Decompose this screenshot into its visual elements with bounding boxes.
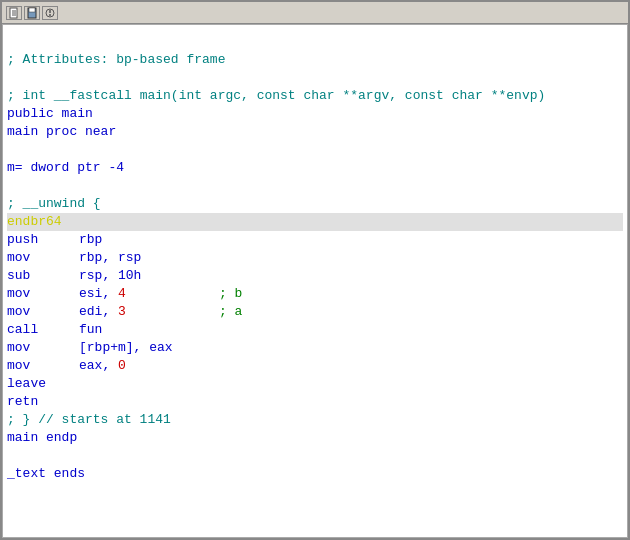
sub-operand: rsp, 10h [79,267,219,285]
call-fun-line: callfun [7,321,623,339]
mov-esi-comment: ; b [219,285,242,303]
svg-point-8 [49,14,51,16]
mov-eax-line: moveax, 0 [7,357,623,375]
properties-icon[interactable] [42,6,58,20]
mov-rbp-line: movrbp, rsp [7,249,623,267]
mov-esi-line: movesi, 4; b [7,285,623,303]
endbr64-text: endbr64 [7,213,62,231]
end-comment-line: ; } // starts at 1141 [7,411,623,429]
retn-line: retn [7,393,623,411]
push-operand: rbp [79,231,219,249]
mov-edi-line: movedi, 3; a [7,303,623,321]
leave-line: leave [7,375,623,393]
blank-line-5 [7,447,623,465]
push-rbp-line: pushrbp [7,231,623,249]
sub-rsp-line: subrsp, 10h [7,267,623,285]
blank-line-1 [7,33,623,51]
mov-eax-operand: eax, 0 [79,357,219,375]
text-ends-text: _text ends [7,465,85,483]
mov-esi-operand: esi, 4 [79,285,219,303]
func-sig-line: ; int __fastcall main(int argc, const ch… [7,87,623,105]
mov-edi-operand: edi, 3 [79,303,219,321]
main-proc-line: main proc near [7,123,623,141]
mov-rbpm-line: mov[rbp+m], eax [7,339,623,357]
mov-rbp-instr: mov [7,249,79,267]
mov-eax-instr: mov [7,357,79,375]
call-instr: call [7,321,79,339]
retn-instr: retn [7,393,79,411]
mov-esi-instr: mov [7,285,79,303]
endbr64-line: endbr64 [7,213,623,231]
public-main-line: public main [7,105,623,123]
main-proc-text: main proc near [7,123,116,141]
save-icon[interactable] [24,6,40,20]
mov-edi-comment: ; a [219,303,242,321]
main-endp-text: main endp [7,429,77,447]
mov-rbp-operand: rbp, rsp [79,249,219,267]
call-operand: fun [79,321,219,339]
main-endp-line: main endp [7,429,623,447]
unwind-comment-line: ; __unwind { [7,195,623,213]
blank-line-3 [7,141,623,159]
blank-line-4 [7,177,623,195]
push-instr: push [7,231,79,249]
unwind-comment-text: ; __unwind { [7,195,101,213]
end-comment-text: ; } // starts at 1141 [7,411,171,429]
m-def-line: m= dword ptr -4 [7,159,623,177]
blank-line-2 [7,69,623,87]
mov-rbpm-instr: mov [7,339,79,357]
public-main-text: public main [7,105,93,123]
mov-rbpm-operand: [rbp+m], eax [79,339,219,357]
leave-instr: leave [7,375,79,393]
title-bar [2,2,628,24]
sub-instr: sub [7,267,79,285]
doc-icon[interactable] [6,6,22,20]
mov-edi-instr: mov [7,303,79,321]
m-def-text: m= dword ptr -4 [7,159,124,177]
title-bar-icons [6,6,58,20]
text-ends-line: _text ends [7,465,623,483]
main-window: ; Attributes: bp-based frame ; int __fas… [0,0,630,540]
attr-comment-text: ; Attributes: bp-based frame [7,51,225,69]
func-sig-text: ; int __fastcall main(int argc, const ch… [7,87,545,105]
svg-rect-5 [29,8,35,12]
attr-comment-line: ; Attributes: bp-based frame [7,51,623,69]
code-area[interactable]: ; Attributes: bp-based frame ; int __fas… [2,24,628,538]
